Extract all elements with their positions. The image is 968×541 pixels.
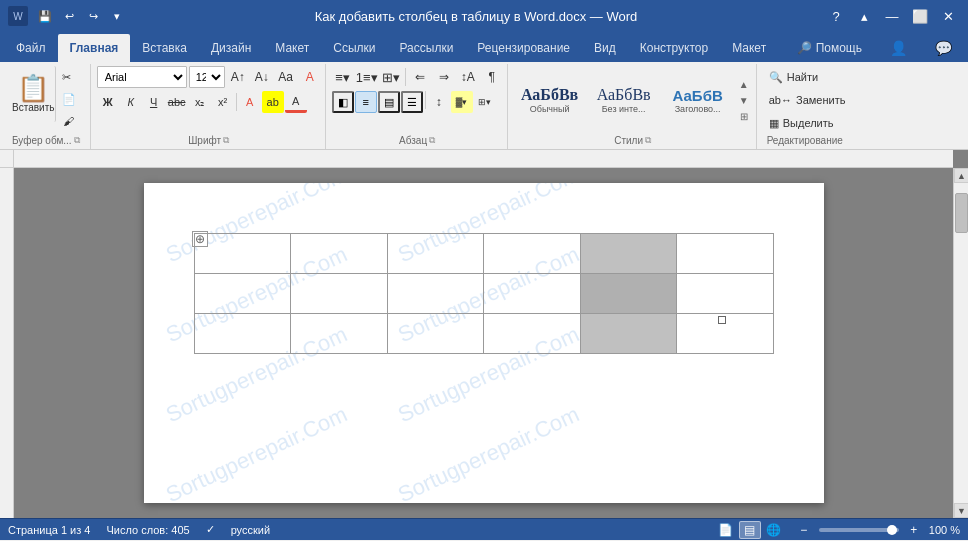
help-button[interactable]: ?	[824, 4, 848, 28]
view-layout-button[interactable]: ▤	[739, 521, 761, 539]
spell-check-icon[interactable]: ✓	[206, 523, 215, 536]
view-web-button[interactable]: 🌐	[763, 521, 785, 539]
subscript-button[interactable]: x₂	[189, 91, 211, 113]
italic-button[interactable]: К	[120, 91, 142, 113]
table-cell[interactable]	[387, 274, 484, 314]
styles-scroll-up[interactable]: ▲	[736, 77, 752, 91]
save-button[interactable]: 💾	[34, 5, 56, 27]
align-left-button[interactable]: ◧	[332, 91, 354, 113]
minimize-button[interactable]: —	[880, 4, 904, 28]
table-cell-highlighted[interactable]	[580, 274, 677, 314]
underline-button[interactable]: Ч	[143, 91, 165, 113]
sort-button[interactable]: ↕A	[457, 66, 479, 88]
language-info[interactable]: русский	[231, 524, 270, 536]
table-cell[interactable]	[291, 314, 388, 354]
tab-home[interactable]: Главная	[58, 34, 131, 62]
styles-expand-icon[interactable]: ⧉	[645, 135, 651, 146]
strikethrough-button[interactable]: abc	[166, 91, 188, 113]
paragraph-expand-icon[interactable]: ⧉	[429, 135, 435, 146]
copy-button[interactable]: 📄	[58, 88, 80, 110]
superscript-button[interactable]: x²	[212, 91, 234, 113]
show-marks-button[interactable]: ¶	[481, 66, 503, 88]
increase-font-button[interactable]: A↑	[227, 66, 249, 88]
unordered-list-button[interactable]: ≡▾	[332, 66, 354, 88]
table-cell[interactable]	[484, 234, 581, 274]
zoom-out-button[interactable]: −	[793, 521, 815, 539]
table-cell-highlighted[interactable]	[580, 314, 677, 354]
document-scroll-area[interactable]: Sortugperepair.Com Sortugperepair.Com So…	[14, 168, 968, 518]
tab-mailings[interactable]: Рассылки	[388, 34, 466, 62]
tab-design[interactable]: Дизайн	[199, 34, 263, 62]
table-cell[interactable]	[677, 274, 774, 314]
font-expand-icon[interactable]: ⧉	[223, 135, 229, 146]
word-table[interactable]	[194, 233, 774, 354]
text-color-button[interactable]: A	[239, 91, 261, 113]
style-nospacing[interactable]: АаБбВв Без инте...	[588, 73, 660, 127]
table-cell[interactable]	[194, 314, 291, 354]
table-cell[interactable]	[194, 274, 291, 314]
table-resize-handle[interactable]	[718, 316, 726, 324]
zoom-slider[interactable]	[819, 528, 899, 532]
styles-scroll-down[interactable]: ▼	[736, 93, 752, 107]
align-center-button[interactable]: ≡	[355, 91, 377, 113]
table-cell[interactable]	[387, 314, 484, 354]
font-size-select[interactable]: 12	[189, 66, 225, 88]
tab-constructor[interactable]: Конструктор	[628, 34, 720, 62]
scroll-thumb[interactable]	[955, 193, 968, 233]
zoom-in-button[interactable]: +	[903, 521, 925, 539]
account-button[interactable]: 👤	[878, 34, 919, 62]
undo-button[interactable]: ↩	[58, 5, 80, 27]
style-heading1[interactable]: АаБбВ Заголово...	[662, 73, 734, 127]
increase-indent-button[interactable]: ⇒	[433, 66, 455, 88]
table-cell[interactable]	[194, 234, 291, 274]
page-info[interactable]: Страница 1 из 4	[8, 524, 90, 536]
table-cell-highlighted[interactable]	[580, 234, 677, 274]
bold-button[interactable]: Ж	[97, 91, 119, 113]
table-cell[interactable]	[291, 234, 388, 274]
shading-button[interactable]: ▓▾	[451, 91, 473, 113]
styles-more[interactable]: ⊞	[736, 109, 752, 123]
font-name-select[interactable]: Arial	[97, 66, 187, 88]
tab-view[interactable]: Вид	[582, 34, 628, 62]
change-case-button[interactable]: Aa	[275, 66, 297, 88]
style-normal[interactable]: АаБбВв Обычный	[514, 73, 586, 127]
restore-button[interactable]: ⬜	[908, 4, 932, 28]
align-justify-button[interactable]: ☰	[401, 91, 423, 113]
customize-qa-button[interactable]: ▾	[106, 5, 128, 27]
help-tab[interactable]: 🔎 Помощь	[785, 34, 874, 62]
scroll-up-button[interactable]: ▲	[954, 168, 968, 183]
multilevel-list-button[interactable]: ⊞▾	[380, 66, 402, 88]
tab-file[interactable]: Файл	[4, 34, 58, 62]
tab-review[interactable]: Рецензирование	[465, 34, 582, 62]
table-cell[interactable]	[484, 274, 581, 314]
font-color-button[interactable]: A	[285, 91, 307, 113]
format-painter-button[interactable]: 🖌	[58, 110, 80, 132]
line-spacing-button[interactable]: ↕	[428, 91, 450, 113]
clear-format-button[interactable]: A	[299, 66, 321, 88]
replace-button[interactable]: ab↔ Заменить	[765, 89, 845, 111]
table-cell[interactable]	[387, 234, 484, 274]
word-count[interactable]: Число слов: 405	[106, 524, 189, 536]
highlight-button[interactable]: ab	[262, 91, 284, 113]
ribbon-toggle-button[interactable]: ▴	[852, 4, 876, 28]
vertical-scrollbar[interactable]: ▲ ▼	[953, 168, 968, 518]
find-button[interactable]: 🔍 Найти	[765, 66, 845, 88]
decrease-font-button[interactable]: A↓	[251, 66, 273, 88]
cut-button[interactable]: ✂	[58, 66, 80, 88]
table-cell[interactable]	[484, 314, 581, 354]
paste-button[interactable]: 📋 Вставить	[12, 66, 56, 122]
align-right-button[interactable]: ▤	[378, 91, 400, 113]
ordered-list-button[interactable]: 1≡▾	[356, 66, 378, 88]
select-button[interactable]: ▦ Выделить	[765, 112, 845, 134]
close-button[interactable]: ✕	[936, 4, 960, 28]
redo-button[interactable]: ↪	[82, 5, 104, 27]
table-cell[interactable]	[677, 234, 774, 274]
scroll-track[interactable]	[954, 183, 968, 503]
tab-layout[interactable]: Макет	[263, 34, 321, 62]
decrease-indent-button[interactable]: ⇐	[409, 66, 431, 88]
tab-references[interactable]: Ссылки	[321, 34, 387, 62]
tab-layout2[interactable]: Макет	[720, 34, 778, 62]
borders-button[interactable]: ⊞▾	[474, 91, 496, 113]
scroll-down-button[interactable]: ▼	[954, 503, 968, 518]
table-cell[interactable]	[291, 274, 388, 314]
